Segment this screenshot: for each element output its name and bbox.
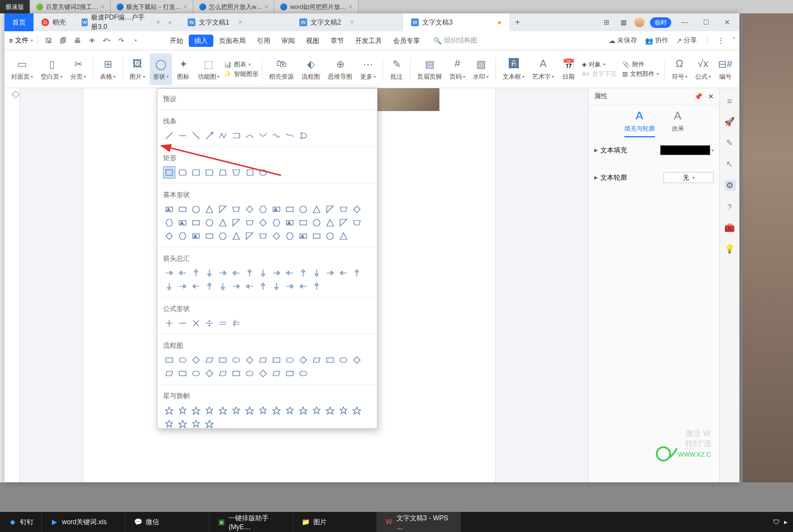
shape-option[interactable] [351,404,363,416]
shape-option[interactable] [284,203,296,215]
shape-option[interactable] [243,203,256,215]
shape-option[interactable] [230,280,242,293]
close-icon[interactable]: × [184,3,187,10]
close-icon[interactable]: × [348,3,352,10]
shape-option[interactable] [243,130,256,142]
shape-option[interactable] [217,217,229,229]
shape-option[interactable] [217,280,229,293]
browser-tab[interactable]: 🔵怎么把照片放入w…× [193,0,274,13]
shape-option[interactable] [217,130,229,142]
shape-option[interactable]: A [284,217,296,229]
shape-option[interactable] [230,367,242,380]
tab-start[interactable]: 开始 [164,32,189,50]
tab-doc-active[interactable]: W文字文稿3● [403,13,509,31]
bulb-icon[interactable]: 💡 [724,243,735,255]
shape-option[interactable] [176,367,189,380]
shape-option[interactable] [230,317,242,329]
close-icon[interactable]: × [265,3,268,10]
close-panel-icon[interactable]: ✕ [708,93,714,100]
hamburger-icon[interactable]: ≡ [724,95,735,106]
shape-option[interactable] [297,367,309,380]
cursor-icon[interactable]: ↖ [724,159,735,170]
shape-option[interactable] [176,418,189,429]
shape-option[interactable] [310,217,323,229]
shape-option[interactable] [243,280,256,293]
shape-option[interactable] [176,404,189,416]
shape-option[interactable] [297,217,309,229]
shape-option[interactable] [230,267,242,279]
close-icon[interactable]: × [350,18,354,26]
shape-option[interactable] [203,267,216,279]
shape-option[interactable] [257,267,269,279]
shape-option[interactable] [257,230,269,242]
dropdown-icon[interactable]: ▾ [130,35,142,47]
shape-option[interactable] [230,404,242,416]
ribbon-chart[interactable]: 📊 图表▾ [224,60,259,69]
shape-option[interactable] [324,404,336,416]
shape-option[interactable]: A [176,217,189,229]
minimize-button[interactable]: — [677,18,692,26]
ribbon-daoke[interactable]: 🛍稻壳资源 [266,54,297,85]
shape-option[interactable] [284,367,296,380]
shape-option[interactable] [297,203,309,215]
shape-option[interactable] [217,354,229,366]
close-icon[interactable]: × [156,18,160,26]
shape-option[interactable] [351,354,363,366]
shape-option[interactable] [176,267,189,279]
shape-option[interactable] [203,217,216,229]
browser-tab[interactable]: 🔵word如何把照片放…× [274,0,358,13]
shape-option[interactable] [190,418,202,429]
toolbox-icon[interactable]: 🧰 [724,222,735,233]
shape-option[interactable] [243,217,256,229]
ribbon-watermark[interactable]: ▨水印▾ [470,54,492,85]
tab-effects[interactable]: A效果 [672,109,684,137]
shape-option[interactable] [337,203,350,215]
ribbon-pagebreak[interactable]: ✂分页▾ [67,54,89,85]
shape-option[interactable] [190,130,202,142]
shape-option[interactable] [243,367,256,380]
shape-option[interactable] [163,166,175,179]
shape-option[interactable] [257,130,269,142]
save-icon[interactable]: 🖫 [42,35,55,47]
shape-option[interactable] [230,217,242,229]
shape-option[interactable] [190,317,202,329]
shape-option[interactable] [190,267,202,279]
shape-option[interactable] [243,354,256,366]
more-icon[interactable]: ⋮ [718,37,725,45]
shape-option[interactable] [324,217,336,229]
new-tab-button[interactable]: + [509,13,526,31]
browser-tab[interactable]: 极速版 [0,0,30,13]
shape-option[interactable]: A [190,230,202,242]
shape-option[interactable] [163,217,175,229]
shape-option[interactable] [163,280,175,293]
shape-option[interactable] [217,267,229,279]
ribbon-more[interactable]: ⋯更多▾ [357,54,379,85]
shape-option[interactable] [203,367,216,380]
shape-option[interactable] [270,267,283,279]
shape-option[interactable] [351,217,363,229]
shape-option[interactable] [337,217,350,229]
shape-option[interactable] [310,404,323,416]
shape-option[interactable] [163,354,175,366]
shape-option[interactable] [230,166,242,179]
shape-option[interactable] [217,203,229,215]
ribbon-attachment[interactable]: 📎 附件 [622,60,659,69]
shape-option[interactable] [190,354,202,366]
shape-option[interactable] [310,354,323,366]
grid-icon[interactable]: ▦ [618,18,629,27]
shape-option[interactable] [337,354,350,366]
tab-page-layout[interactable]: 页面布局 [213,32,251,50]
rocket-icon[interactable]: 🚀 [724,116,735,127]
shape-option[interactable] [176,280,189,293]
ribbon-smartgraphic[interactable]: ✨ 智能图形 [224,70,259,78]
taskbar-item[interactable]: ▣一键排版助手(MyE… [209,512,293,532]
shape-option[interactable] [270,367,283,380]
shape-option[interactable] [324,354,336,366]
shape-option[interactable] [163,130,175,142]
shape-option[interactable] [190,280,202,293]
shape-option[interactable] [230,130,242,142]
inserted-image[interactable] [372,88,440,111]
ribbon-cover[interactable]: ▭封面页▾ [8,54,36,85]
settings-icon[interactable]: ⚙ [724,180,735,191]
tab-doc[interactable]: W极速PDF编…户手册3.0×● [74,13,180,31]
